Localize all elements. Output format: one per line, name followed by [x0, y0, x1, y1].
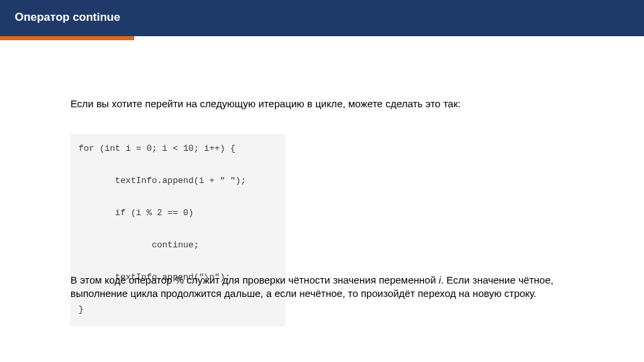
code-line: }	[78, 304, 84, 314]
header-bar: Оператор continue	[0, 0, 644, 36]
code-line: if (i % 2 == 0)	[78, 208, 194, 218]
slide: Оператор continue Если вы хотите перейти…	[0, 0, 644, 362]
intro-paragraph: Если вы хотите перейти на следующую итер…	[70, 97, 553, 111]
code-line: textInfo.append(i + " ");	[78, 176, 246, 186]
outro-paragraph: В этом коде оператор % служит для провер…	[70, 274, 580, 301]
accent-bar	[0, 36, 134, 40]
code-line: for (int i = 0; i < 10; i++) {	[78, 143, 235, 154]
outro-text: В этом коде оператор % служит для провер…	[70, 274, 439, 286]
code-line: continue;	[78, 240, 199, 250]
slide-title: Оператор continue	[15, 11, 120, 24]
